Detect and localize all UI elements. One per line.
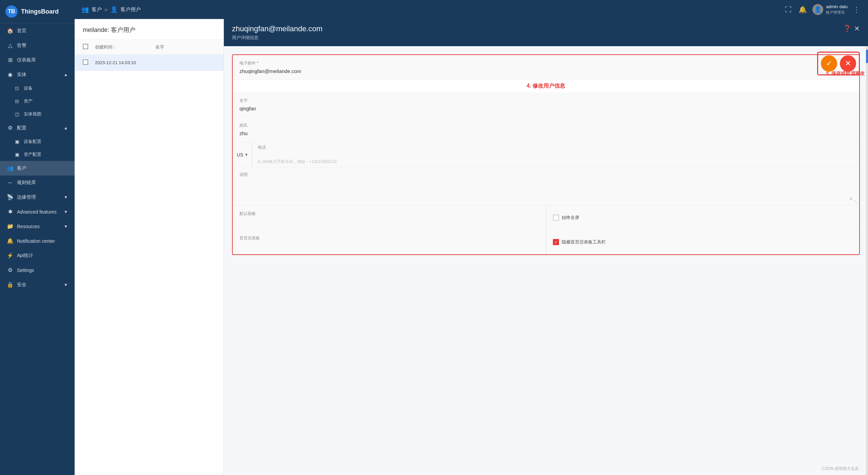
phone-row: US ▼ 电话 E.164格式手机号码，例如：+12015550123 — [233, 142, 859, 168]
settings-icon: ⚙ — [7, 267, 14, 273]
default-dashboard-input[interactable] — [239, 219, 539, 224]
config-arrow: ▲ — [64, 126, 68, 130]
notification-button[interactable]: 🔔 — [797, 4, 808, 15]
sidebar-item-customers[interactable]: 👥 客户 — [0, 161, 75, 176]
device-config-icon: ▣ — [14, 139, 20, 144]
resources-icon: 📁 — [7, 223, 14, 230]
resources-arrow: ▼ — [64, 224, 68, 229]
table-header: 创建时间 ↓ 名字 — [75, 40, 224, 55]
assets-icon: ⊟ — [14, 98, 20, 104]
last-name-input[interactable] — [239, 130, 852, 136]
customers-icon: 👥 — [7, 165, 14, 171]
api-icon: ⚡ — [7, 252, 14, 259]
sidebar-item-device-config[interactable]: ▣ 设备配置 — [0, 135, 75, 148]
sidebar-item-advanced[interactable]: ✱ Advanced features ▼ — [0, 204, 75, 219]
always-fullscreen-checkbox[interactable] — [553, 215, 559, 221]
edge-arrow: ▼ — [64, 195, 68, 200]
phone-country-selector[interactable]: US ▼ — [233, 142, 252, 167]
header-actions: ⛶ 🔔 👤 admin dalu 租户管理员 ⋮ — [784, 4, 861, 15]
first-name-label: 名字 — [239, 98, 852, 104]
sidebar-item-rule-chains[interactable]: ↔ 规则链库 — [0, 176, 75, 190]
detail-header: zhuqingfan@meilande.com 用户详细信息 ❓ ✕ — [224, 19, 868, 46]
sidebar-item-dashboard[interactable]: ⊞ 仪表板库 — [0, 53, 75, 67]
col-name: 名字 — [155, 44, 216, 50]
detail-header-actions: ❓ ✕ — [843, 24, 860, 33]
breadcrumb-icon2: 👤 — [110, 6, 118, 13]
first-name-input[interactable] — [239, 106, 852, 111]
entities-arrow: ▲ — [64, 72, 68, 77]
col-date[interactable]: 创建时间 ↓ — [95, 44, 155, 50]
sidebar-item-entities[interactable]: ◉ 实体 ▲ — [0, 67, 75, 82]
country-dropdown-icon: ▼ — [245, 153, 248, 157]
hide-toolbar-checkbox[interactable]: ✓ — [553, 239, 559, 245]
phone-placeholder: E.164格式手机号码，例如：+12015550123 — [258, 159, 854, 165]
col-date-label: 创建时间 — [95, 44, 113, 50]
sidebar-item-alerts[interactable]: △ 告警 — [0, 38, 75, 53]
default-dashboard-field: 默认面板 — [233, 205, 546, 230]
main-content: 👥 客户 > 👤 客户用户 ⛶ 🔔 👤 admin dalu 租户管理员 ⋮ — [75, 0, 868, 475]
sidebar-item-settings[interactable]: ⚙ Settings — [0, 263, 75, 277]
breadcrumb-icon: 👥 — [81, 6, 89, 13]
bottom-grid-1: 默认面板 始终全屏 — [233, 205, 859, 230]
sidebar-item-entity-views[interactable]: ◫ 实体视图 — [0, 108, 75, 121]
user-info[interactable]: 👤 admin dalu 租户管理员 — [812, 4, 848, 15]
sidebar-item-security[interactable]: 🔒 安全 ▼ — [0, 277, 75, 292]
row-checkbox[interactable] — [83, 59, 95, 66]
user-avatar: 👤 — [812, 4, 823, 15]
edge-icon: 📡 — [7, 194, 14, 200]
sidebar-item-assets[interactable]: ⊟ 资产 — [0, 95, 75, 108]
email-field: 电子邮件 * — [233, 55, 859, 80]
detail-title: zhuqingfan@meilande.com — [232, 24, 323, 33]
sidebar-logo: TB ThingsBoard — [0, 0, 75, 23]
sidebar-item-api[interactable]: ⚡ Api统计 — [0, 248, 75, 263]
rule-chains-icon: ↔ — [7, 180, 14, 186]
entities-icon: ◉ — [7, 71, 14, 78]
breadcrumb: 👥 客户 > 👤 客户用户 — [81, 6, 141, 13]
check-icon: ✓ — [554, 240, 558, 244]
description-input[interactable] — [239, 180, 852, 200]
user-name: admin dalu — [826, 4, 848, 10]
phone-field-wrapper: 电话 E.164格式手机号码，例如：+12015550123 — [252, 142, 859, 167]
last-name-field: 姓氏 — [233, 117, 859, 142]
advanced-icon: ✱ — [7, 208, 14, 215]
breadcrumb-customers[interactable]: 客户 — [92, 6, 102, 13]
bottom-grid-2: 首页仪表板 ✓ 隐藏首页仪表板工具栏 — [233, 230, 859, 254]
sidebar-item-edge-mgmt[interactable]: 📡 边缘管理 ▼ — [0, 190, 75, 204]
sidebar-item-config[interactable]: ⚙ 配置 ▲ — [0, 121, 75, 135]
sidebar: TB ThingsBoard 🏠 首页 △ 告警 ⊞ 仪表板库 ◉ 实体 ▲ ⊡… — [0, 0, 75, 475]
save-button[interactable]: ✓ — [821, 55, 837, 72]
breadcrumb-separator: > — [104, 7, 108, 13]
devices-icon: ⊡ — [14, 86, 20, 91]
top-header: 👥 客户 > 👤 客户用户 ⛶ 🔔 👤 admin dalu 租户管理员 ⋮ — [75, 0, 868, 19]
close-button[interactable]: ✕ — [854, 24, 860, 33]
user-list-panel: meilande: 客户用户 创建时间 ↓ 名字 2023-12-21 14:0… — [75, 19, 224, 475]
hide-toolbar-label: 隐藏首页仪表板工具栏 — [562, 239, 606, 245]
scrollbar[interactable] — [866, 46, 868, 475]
modify-annotation: 4. 修改用户信息 — [233, 83, 859, 90]
detail-body: ✓ ✕ 5. 保存或取消更改 电子邮件 * — [224, 46, 868, 475]
sidebar-item-asset-config[interactable]: ▣ 资产配置 — [0, 148, 75, 161]
help-button[interactable]: ❓ — [843, 24, 851, 33]
fullscreen-button[interactable]: ⛶ — [784, 4, 793, 15]
phone-input[interactable] — [258, 152, 854, 158]
sidebar-item-home[interactable]: 🏠 首页 — [0, 23, 75, 38]
resize-handle: ⤡ — [854, 199, 858, 204]
config-icon: ⚙ — [7, 125, 14, 131]
header-checkbox[interactable] — [83, 44, 95, 50]
home-dashboard-input[interactable] — [239, 243, 539, 249]
security-arrow: ▼ — [64, 282, 68, 287]
panel-title: meilande: 客户用户 — [75, 19, 224, 40]
sidebar-item-resources[interactable]: 📁 Resources ▼ — [0, 219, 75, 234]
sidebar-item-devices[interactable]: ⊡ 设备 — [0, 82, 75, 95]
asset-config-icon: ▣ — [14, 152, 20, 157]
logo-icon: TB — [5, 5, 18, 18]
more-menu-button[interactable]: ⋮ — [852, 4, 861, 15]
avatar-icon: 👤 — [814, 6, 822, 13]
security-icon: 🔒 — [7, 281, 14, 288]
table-row[interactable]: 2023-12-21 14:03:10 — [75, 55, 224, 71]
breadcrumb-customer-users[interactable]: 客户用户 — [120, 6, 141, 13]
content-area: meilande: 客户用户 创建时间 ↓ 名字 2023-12-21 14:0… — [75, 19, 868, 475]
cancel-button[interactable]: ✕ — [840, 55, 856, 72]
email-input[interactable] — [239, 68, 852, 74]
sidebar-item-notification[interactable]: 🔔 Notification center — [0, 234, 75, 248]
